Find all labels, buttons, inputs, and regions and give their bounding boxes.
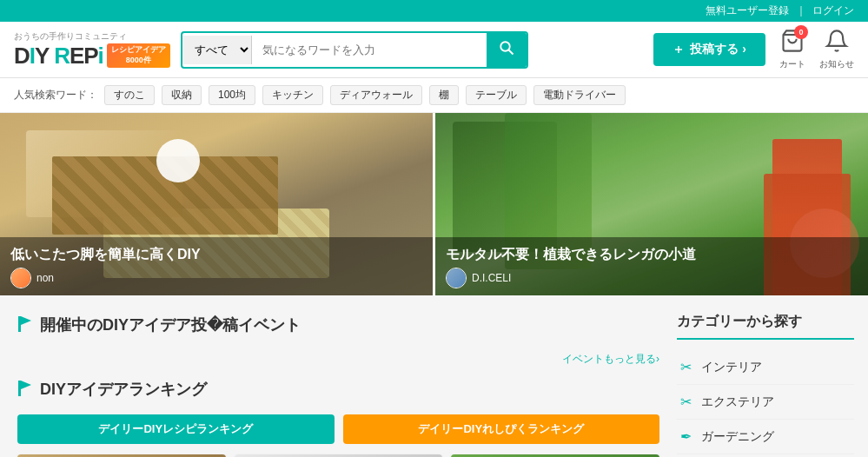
exterior-label: エクステリア	[701, 394, 774, 410]
keyword-tag-5[interactable]: 棚	[429, 85, 459, 105]
event-section-icon	[17, 313, 33, 336]
ranking-tab-2[interactable]: デイリーDIYれしぴくランキング	[343, 414, 660, 444]
register-link[interactable]: 無料ユーザー登録	[706, 4, 789, 17]
hero-right-caption: モルタル不要！植栽できるレンガの小道 D.I.CELI	[435, 237, 868, 295]
category-item-exterior[interactable]: ✂ エクステリア	[677, 385, 854, 420]
top-bar: 無料ユーザー登録 ｜ ログイン	[0, 0, 868, 22]
svg-marker-4	[21, 316, 31, 325]
login-link[interactable]: ログイン	[812, 4, 854, 17]
logo-subtitle: おうちの手作りコミュニティ	[14, 30, 170, 43]
keyword-tag-0[interactable]: すのこ	[104, 85, 155, 105]
ranking-tabs: デイリーDIYレシピランキング デイリーDIYれしぴくランキング	[17, 414, 659, 444]
ranking-section-title: DIYアイデアランキング	[40, 379, 207, 400]
popular-label: 人気検索ワード：	[14, 88, 97, 103]
hero-right-user: D.I.CELI	[446, 268, 858, 288]
interior-icon: ✂	[677, 359, 694, 375]
notify-area[interactable]: お知らせ	[819, 29, 854, 70]
popular-bar: 人気検索ワード： すのこ 収納 100均 キッチン ディアウォール 棚 テーブル…	[0, 78, 868, 113]
hero-left-title: 低いこたつ脚を簡単に高くDIY	[10, 246, 422, 264]
main-content: 開催中のDIYアイデア投�稿イベント イベントもっと見る› DIYアイデアランキ…	[0, 295, 868, 457]
logo-main[interactable]: DIY REPi レシピアイデア 8000件	[14, 43, 170, 70]
cart-label: カート	[779, 58, 805, 70]
ranking-section-header: DIYアイデアランキング	[17, 377, 659, 401]
svg-marker-6	[21, 381, 31, 389]
gardening-icon: ✒	[677, 428, 694, 445]
content-left: 開催中のDIYアイデア投�稿イベント イベントもっと見る› DIYアイデアランキ…	[0, 295, 677, 457]
gardening-label: ガーデニング	[701, 429, 774, 445]
ranking-tab-1[interactable]: デイリーDIYレシピランキング	[17, 414, 335, 444]
keyword-tag-3[interactable]: キッチン	[262, 85, 323, 105]
category-item-gardening[interactable]: ✒ ガーデニング	[677, 420, 854, 454]
top-bar-separator: ｜	[796, 4, 806, 17]
keyword-tag-2[interactable]: 100均	[209, 85, 255, 105]
svg-rect-3	[18, 316, 21, 332]
hero-left[interactable]: 低いこたつ脚を簡単に高くDIY non	[0, 113, 435, 295]
hero-right-avatar	[446, 268, 467, 288]
svg-point-0	[500, 42, 510, 51]
hero-section: 低いこたつ脚を簡単に高くDIY non モルタル不要！植栽できるレンガの小道 D…	[0, 113, 868, 295]
header: おうちの手作りコミュニティ DIY REPi レシピアイデア 8000件 すべて	[0, 22, 868, 78]
post-button[interactable]: 投稿する ›	[653, 33, 765, 66]
hero-left-avatar	[10, 268, 31, 288]
hero-right[interactable]: モルタル不要！植栽できるレンガの小道 D.I.CELI	[435, 113, 868, 295]
event-section-title: 開催中のDIYアイデア投�稿イベント	[40, 315, 301, 335]
search-filter-select[interactable]: すべて	[182, 36, 252, 64]
event-more-link[interactable]: イベントもっと見る›	[562, 353, 659, 365]
interior-label: インテリア	[701, 360, 762, 375]
cart-icon-wrap: 0	[780, 29, 805, 56]
svg-rect-5	[18, 381, 21, 396]
logo-text: DIY REPi	[14, 43, 103, 70]
notify-icon-wrap	[825, 29, 849, 56]
logo-badge: レシピアイデア 8000件	[107, 43, 170, 67]
category-header: カテゴリーから探す	[677, 313, 854, 340]
svg-line-1	[508, 50, 513, 54]
keyword-tag-7[interactable]: 電動ドライバー	[533, 85, 626, 105]
keyword-tag-1[interactable]: 収納	[162, 85, 202, 105]
logo-area: おうちの手作りコミュニティ DIY REPi レシピアイデア 8000件	[14, 30, 170, 70]
hero-left-caption: 低いこたつ脚を簡単に高くDIY non	[0, 237, 433, 295]
search-button[interactable]	[487, 33, 527, 67]
event-more: イベントもっと見る›	[17, 350, 659, 367]
hero-left-username: non	[36, 272, 54, 284]
hero-right-title: モルタル不要！植栽できるレンガの小道	[446, 246, 858, 264]
keyword-tag-6[interactable]: テーブル	[466, 85, 527, 105]
search-area: すべて	[181, 31, 528, 69]
hero-left-user: non	[10, 268, 422, 288]
content-right: カテゴリーから探す ✂ インテリア ✂ エクステリア ✒ ガーデニング ✒ プチ…	[677, 295, 868, 457]
cart-area[interactable]: 0 カート	[779, 29, 805, 70]
ranking-section-icon	[17, 377, 33, 401]
hero-right-username: D.I.CELI	[472, 272, 511, 284]
header-actions: 投稿する › 0 カート お知らせ	[653, 29, 854, 70]
category-item-interior[interactable]: ✂ インテリア	[677, 350, 854, 385]
keyword-tag-4[interactable]: ディアウォール	[330, 85, 422, 105]
exterior-icon: ✂	[677, 394, 694, 410]
search-input[interactable]	[252, 36, 487, 63]
cart-badge: 0	[794, 25, 808, 39]
event-section-header: 開催中のDIYアイデア投�稿イベント	[17, 313, 659, 336]
notify-label: お知らせ	[819, 58, 854, 70]
